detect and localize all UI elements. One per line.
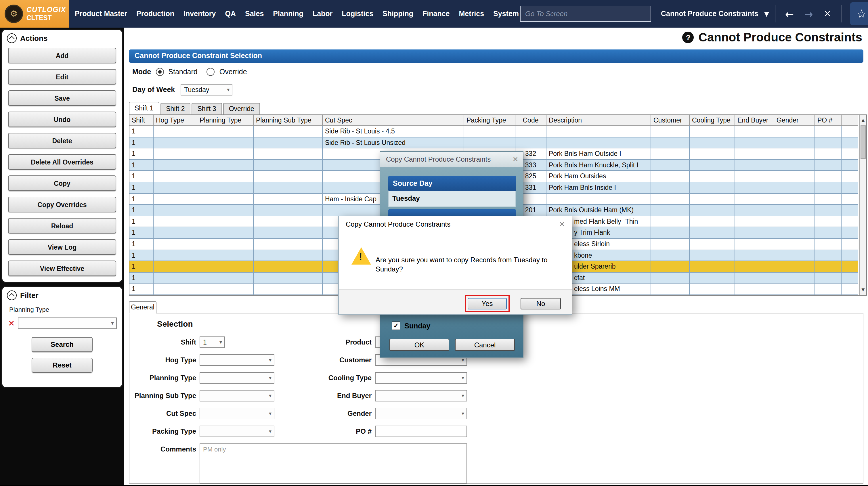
cancel-button[interactable]: Cancel (455, 339, 515, 351)
column-header-hog-type[interactable]: Hog Type (154, 115, 197, 126)
column-header-gender[interactable]: Gender (774, 115, 815, 126)
add-button[interactable]: Add (8, 48, 116, 63)
reset-button[interactable]: Reset (32, 358, 93, 373)
cut-spec-select[interactable]: ▾ (199, 408, 274, 419)
save-button[interactable]: Save (8, 90, 116, 106)
table-row[interactable]: 1Side Rib - St Louis Unsized (129, 137, 866, 148)
clear-filter-icon[interactable]: ✕ (8, 318, 15, 328)
day-checkbox-sunday[interactable]: ✓ Sunday (392, 322, 430, 330)
packing-type-select[interactable]: ▾ (199, 426, 274, 437)
mode-option-label: Override (219, 68, 247, 76)
cell (841, 205, 858, 216)
menu-item-finance[interactable]: Finance (421, 7, 451, 20)
menu-item-system[interactable]: System (492, 7, 520, 20)
copy-button[interactable]: Copy (8, 175, 116, 191)
cell (516, 137, 547, 148)
planning-type-select[interactable]: ▾ (18, 317, 117, 329)
menu-item-logistics[interactable]: Logistics (341, 7, 374, 20)
column-header-planning-sub-type[interactable]: Planning Sub Type (254, 115, 323, 126)
planning-type-select[interactable]: ▾ (199, 372, 274, 384)
tab-override[interactable]: Override (223, 103, 260, 115)
tab-general[interactable]: General (129, 301, 156, 313)
menu-item-planning[interactable]: Planning (272, 7, 305, 20)
goto-screen-input[interactable] (520, 6, 651, 22)
cooling-type-select[interactable]: ▾ (375, 372, 467, 384)
column-header-description[interactable]: Description (547, 115, 651, 126)
view-log-button[interactable]: View Log (8, 239, 116, 255)
undo-button[interactable]: Undo (8, 112, 116, 127)
field-row-cut-spec: Cut Spec▾ (134, 408, 274, 419)
forward-arrow-icon[interactable]: → (799, 8, 818, 20)
table-row[interactable]: 1Side Rib - St Louis - 4.5 (129, 126, 866, 137)
mode-radio-override[interactable] (207, 68, 215, 76)
cell (841, 193, 858, 205)
column-header-end-buyer[interactable]: End Buyer (735, 115, 774, 126)
column-header-customer[interactable]: Customer (651, 115, 690, 126)
menu-item-labor[interactable]: Labor (311, 7, 334, 20)
menu-item-qa[interactable]: QA (224, 7, 237, 20)
menu-item-inventory[interactable]: Inventory (182, 7, 217, 20)
scrollbar-thumb[interactable] (861, 125, 866, 159)
day-of-week-select[interactable]: Tuesday ▾ (181, 84, 232, 95)
brand-block[interactable]: ⚙ CUTLOGIX CLTEST (0, 0, 69, 28)
comments-textarea[interactable] (199, 444, 467, 484)
cell (197, 160, 254, 171)
yes-button[interactable]: Yes (468, 298, 507, 309)
tab-shift-2[interactable]: Shift 2 (160, 103, 190, 115)
vertical-scrollbar[interactable]: ▲ ▼ (859, 115, 866, 295)
cell (815, 171, 841, 182)
column-header-planning-type[interactable]: Planning Type (197, 115, 254, 126)
menu-item-sales[interactable]: Sales (244, 7, 265, 20)
menu-item-production[interactable]: Production (135, 7, 176, 20)
cell: 1 (129, 261, 154, 272)
chevron-down-icon: ▾ (268, 411, 273, 417)
scroll-down-icon[interactable]: ▼ (860, 286, 866, 295)
cell: 1 (129, 250, 154, 261)
mode-radio-standard[interactable] (156, 68, 164, 76)
hog-type-select[interactable]: ▾ (199, 354, 274, 366)
delete-button[interactable]: Delete (8, 133, 116, 148)
scroll-up-icon[interactable]: ▲ (860, 116, 866, 124)
column-header-cooling-type[interactable]: Cooling Type (690, 115, 735, 126)
help-icon[interactable]: ? (682, 32, 694, 43)
menu-item-product-master[interactable]: Product Master (74, 7, 128, 20)
cell (690, 137, 735, 148)
tab-shift-3[interactable]: Shift 3 (191, 103, 222, 115)
column-header-packing-type[interactable]: Packing Type (464, 115, 516, 126)
reload-button[interactable]: Reload (8, 218, 116, 234)
column-header-shift[interactable]: Shift (129, 115, 154, 126)
gender-select[interactable]: ▾ (375, 408, 467, 419)
delete-all-overrides-button[interactable]: Delete All Overrides (8, 154, 116, 170)
no-button[interactable]: No (521, 298, 561, 309)
mode-label: Mode (132, 68, 151, 76)
cell (774, 239, 815, 250)
screen-selector-dropdown[interactable]: Cannot Produce Constraints ▼ (661, 10, 770, 18)
view-effective-button[interactable]: View Effective (8, 261, 116, 276)
end-buyer-select[interactable]: ▾ (375, 390, 467, 401)
cell (651, 171, 690, 182)
tab-shift-1[interactable]: Shift 1 (129, 102, 159, 115)
po-input[interactable] (375, 426, 467, 437)
column-header-po[interactable]: PO # (815, 115, 841, 126)
menu-item-shipping[interactable]: Shipping (381, 7, 414, 20)
ok-button[interactable]: OK (390, 339, 449, 351)
column-header-code[interactable]: Code (516, 115, 547, 126)
cell (154, 261, 197, 272)
back-arrow-icon[interactable]: ← (780, 8, 799, 20)
copy-overrides-button[interactable]: Copy Overrides (8, 197, 116, 212)
column-header-cut-spec[interactable]: Cut Spec (323, 115, 464, 126)
close-icon[interactable]: ✕ (513, 155, 518, 163)
planning-sub-type-select[interactable]: ▾ (199, 390, 274, 401)
collapse-up-icon[interactable] (7, 291, 17, 300)
collapse-up-icon[interactable] (7, 33, 17, 43)
close-screen-icon[interactable]: ✕ (818, 9, 837, 19)
menu-item-metrics[interactable]: Metrics (458, 7, 486, 20)
search-button[interactable]: Search (32, 337, 93, 352)
close-icon[interactable]: ✕ (559, 220, 565, 228)
cell (254, 227, 323, 239)
checkbox-checked-icon[interactable]: ✓ (392, 322, 400, 330)
field-row-planning-sub-type: Planning Sub Type▾ (134, 390, 274, 401)
favorite-button[interactable]: ☆ (850, 2, 868, 25)
edit-button[interactable]: Edit (8, 69, 116, 85)
shift-select[interactable]: 1▾ (199, 336, 225, 348)
